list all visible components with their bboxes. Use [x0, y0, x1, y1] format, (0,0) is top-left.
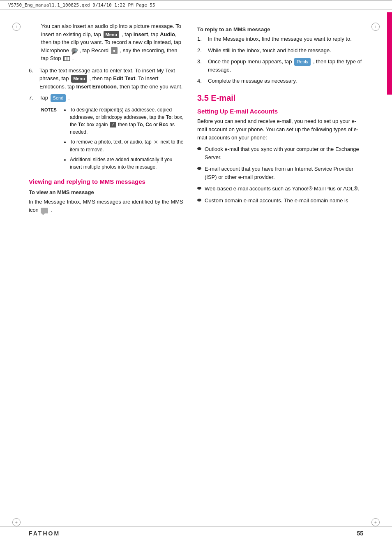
item-7-number: 7.	[29, 94, 37, 102]
reply-2-num: 2.	[197, 46, 205, 55]
reply-1-text: In the Message inbox, find the message y…	[208, 35, 363, 43]
bullet-1	[197, 147, 201, 150]
view-mms-text-2: .	[51, 207, 52, 213]
viewing-section-heading: Viewing and replying to MMS messages	[29, 178, 185, 185]
content-area: You can also insert an audio clip into a…	[0, 14, 392, 226]
item-6-text: Tap the text message area to enter text.…	[39, 67, 185, 91]
setup-heading: Setting Up E-mail Accounts	[197, 108, 363, 115]
bullet-4	[197, 199, 201, 202]
reply-item-4: 4. Complete the message as necessary.	[197, 77, 363, 85]
left-column: You can also insert an audio clip into a…	[29, 22, 185, 218]
reply-3-text: Once the popup menu appears, tap Reply ,…	[208, 58, 363, 74]
notes-content: To designate recipient(s) as addressee, …	[64, 106, 185, 174]
microphone-icon: 🎤	[71, 48, 77, 53]
registration-mark-bl	[12, 518, 21, 526]
reply-mms-heading: To reply to an MMS message	[197, 26, 363, 32]
header-bar: VS750_Eng_manual1.1_100825.qxd 9/14/10 1…	[0, 0, 392, 10]
intro-paragraph: You can also insert an audio clip into a…	[41, 22, 185, 63]
side-line-right	[372, 12, 372, 537]
notes-list: To designate recipient(s) as addressee, …	[64, 106, 185, 171]
email-type-2-text: E-mail account that you have from an Int…	[205, 165, 363, 181]
registration-mark-br	[371, 518, 380, 526]
view-mms-text: In the Message Inbox, MMS messages are i…	[29, 198, 185, 214]
note-item-1: To designate recipient(s) as addressee, …	[70, 106, 185, 136]
email-types-list: Outlook e-mail that you sync with your c…	[197, 145, 363, 205]
right-column: To reply to an MMS message 1. In the Mes…	[197, 22, 363, 218]
reply-2-text: While still in the Inbox, touch and hold…	[208, 46, 363, 55]
send-button-inline: Send	[51, 94, 66, 102]
menu-button-inline-1: Menu	[104, 31, 120, 39]
email-type-2: E-mail account that you have from an Int…	[197, 165, 363, 181]
reply-item-2: 2. While still in the Inbox, touch and h…	[197, 46, 363, 55]
email-type-4: Custom domain e-mail accounts. The e-mai…	[197, 197, 363, 205]
email-type-1: Outlook e-mail that you sync with your c…	[197, 145, 363, 162]
check-icon: ✓	[110, 122, 116, 127]
reply-3-num: 3.	[197, 58, 205, 74]
registration-mark-tl	[12, 23, 21, 31]
menu-button-inline-2: Menu	[71, 75, 87, 83]
side-line-left	[20, 12, 20, 537]
setup-intro-text: Before you can send and receive e-mail, …	[197, 117, 363, 142]
email-type-1-text: Outlook e-mail that you sync with your c…	[205, 145, 363, 162]
note-item-2: To remove a photo, text, or audio, tap ✕…	[70, 138, 185, 154]
reply-item-3: 3. Once the popup menu appears, tap Repl…	[197, 58, 363, 74]
footer-brand: FATHOM	[29, 530, 60, 537]
x-icon: ✕	[154, 138, 158, 146]
header-text: VS750_Eng_manual1.1_100825.qxd 9/14/10 1…	[8, 2, 155, 8]
reply-button-inline: Reply	[294, 58, 311, 66]
registration-mark-tr	[371, 23, 380, 31]
pink-accent-bar	[387, 12, 392, 95]
reply-1-num: 1.	[197, 35, 205, 43]
bullet-2	[197, 167, 201, 170]
email-type-3: Web-based e-mail accounts such as Yahoo!…	[197, 185, 363, 193]
view-mms-heading: To view an MMS message	[29, 189, 185, 195]
bullet-3	[197, 187, 201, 190]
stop-icon	[63, 56, 70, 61]
email-section-heading: 3.5 E-mail	[197, 93, 363, 103]
numbered-item-7: 7. Tap Send .	[29, 94, 185, 102]
mms-icon	[41, 208, 48, 213]
numbered-item-6: 6. Tap the text message area to enter te…	[29, 67, 185, 91]
intro-text-5: .	[72, 55, 74, 61]
record-button-inline: ●	[111, 47, 118, 55]
notes-section: NOTES To designate recipient(s) as addre…	[41, 106, 185, 174]
footer-bar: FATHOM 55	[0, 526, 392, 537]
note-item-3: Additional slides are added automaticall…	[70, 156, 185, 171]
intro-text-3: , tap Record	[79, 47, 110, 53]
email-type-4-text: Custom domain e-mail accounts. The e-mai…	[205, 197, 363, 205]
reply-4-text: Complete the message as necessary.	[208, 77, 363, 85]
item-6-number: 6.	[29, 67, 37, 91]
notes-label: NOTES	[41, 106, 60, 174]
reply-4-num: 4.	[197, 77, 205, 85]
item-7-text: Tap Send .	[39, 94, 185, 102]
reply-item-1: 1. In the Message inbox, find the messag…	[197, 35, 363, 43]
footer-page: 55	[357, 530, 363, 537]
email-type-3-text: Web-based e-mail accounts such as Yahoo!…	[205, 185, 363, 193]
